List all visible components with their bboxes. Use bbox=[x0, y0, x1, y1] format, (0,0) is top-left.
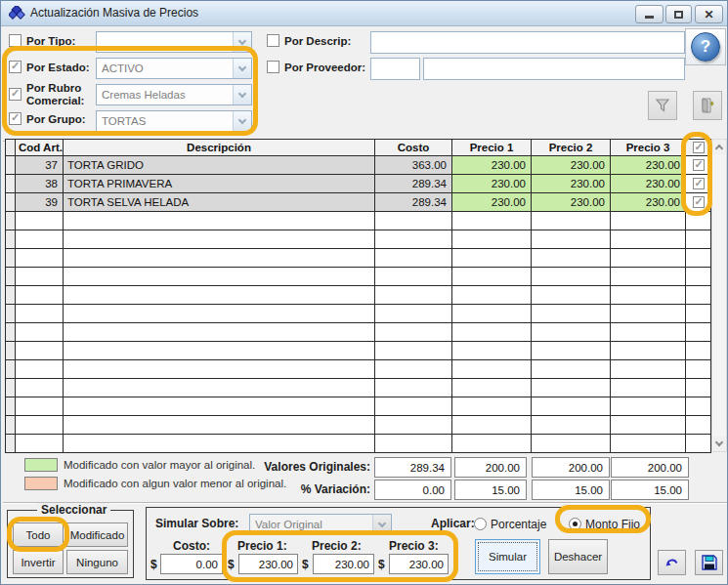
select-all-checkbox[interactable] bbox=[693, 142, 705, 153]
row-checkbox-cell[interactable] bbox=[686, 212, 711, 230]
original-precio-2: 200.00 bbox=[532, 457, 610, 478]
row-checkbox-cell[interactable] bbox=[686, 397, 711, 416]
chevron-down-icon bbox=[238, 63, 246, 70]
save-button[interactable] bbox=[695, 550, 723, 575]
table-row-empty[interactable] bbox=[6, 212, 711, 230]
table-row[interactable]: 39TORTA SELVA HELADA289.34230.00230.0023… bbox=[6, 193, 711, 212]
row-checkbox[interactable] bbox=[693, 159, 705, 171]
table-row[interactable]: 37TORTA GRIDO363.00230.00230.00230.00 bbox=[6, 156, 711, 175]
por-tipo-checkbox[interactable] bbox=[9, 34, 21, 47]
row-checkbox-cell[interactable] bbox=[686, 323, 711, 342]
table-row-empty[interactable] bbox=[6, 305, 711, 323]
deshacer-button[interactable]: Deshacer bbox=[548, 539, 608, 574]
por-tipo-dropdown-button[interactable] bbox=[233, 32, 251, 52]
por-rubro-label: Por Rubro Comercial: bbox=[26, 82, 93, 107]
table-row-empty[interactable] bbox=[6, 435, 711, 453]
por-descrip-label: Por Descrip: bbox=[284, 35, 351, 48]
row-checkbox-cell[interactable] bbox=[686, 230, 711, 249]
legend-green-swatch bbox=[24, 458, 58, 472]
table-row-empty[interactable] bbox=[6, 342, 711, 360]
simular-sobre-dropdown[interactable]: Valor Original bbox=[249, 514, 392, 535]
chevron-down-icon bbox=[238, 89, 246, 97]
precio3-input[interactable]: 230.00 bbox=[389, 554, 449, 574]
row-checkbox-cell[interactable] bbox=[686, 342, 711, 360]
row-checkbox-cell[interactable] bbox=[686, 268, 711, 286]
costo-input[interactable]: 0.00 bbox=[160, 554, 223, 574]
title-bar[interactable]: Actualización Masiva de Precios ✕ bbox=[1, 1, 727, 26]
filter-button[interactable] bbox=[648, 91, 677, 120]
row-checkbox-cell[interactable] bbox=[686, 379, 711, 397]
por-tipo-dropdown[interactable] bbox=[96, 31, 252, 53]
por-proveedor-name-input[interactable] bbox=[423, 58, 685, 80]
col-costo[interactable]: Costo bbox=[375, 140, 452, 156]
row-checkbox[interactable] bbox=[693, 196, 705, 208]
table-row-empty[interactable] bbox=[6, 379, 711, 397]
exit-button[interactable] bbox=[693, 91, 722, 120]
table-row-empty[interactable] bbox=[6, 249, 711, 268]
simular-button[interactable]: Simular bbox=[475, 539, 540, 574]
exit-door-icon bbox=[700, 98, 716, 113]
invertir-button[interactable]: Invertir bbox=[13, 550, 64, 574]
table-scrollbar[interactable] bbox=[711, 139, 727, 452]
row-checkbox[interactable] bbox=[693, 178, 705, 189]
precio2-input-label: Precio 2: bbox=[312, 539, 362, 553]
table-row-empty[interactable] bbox=[6, 230, 711, 249]
valores-originales-label: Valores Originales: bbox=[157, 460, 370, 474]
por-rubro-dropdown-button[interactable] bbox=[233, 85, 251, 104]
aplicar-label: Aplicar: bbox=[431, 517, 475, 530]
por-estado-checkbox[interactable] bbox=[9, 61, 21, 73]
col-cod-art[interactable]: Cod Art. bbox=[16, 140, 64, 156]
por-rubro-dropdown[interactable]: Cremas Heladas bbox=[96, 84, 252, 105]
scroll-up-button[interactable] bbox=[712, 140, 726, 154]
row-checkbox-cell[interactable] bbox=[686, 193, 711, 212]
table-row[interactable]: 38TORTA PRIMAVERA289.34230.00230.00230.0… bbox=[6, 175, 711, 193]
variacion-costo: 0.00 bbox=[374, 480, 451, 500]
col-descripcion[interactable]: Descripción bbox=[64, 140, 375, 156]
ninguno-button[interactable]: Ninguno bbox=[66, 550, 128, 574]
table-row-empty[interactable] bbox=[6, 286, 711, 305]
por-proveedor-checkbox[interactable] bbox=[267, 61, 279, 73]
row-checkbox-cell[interactable] bbox=[686, 360, 711, 379]
close-icon: ✕ bbox=[704, 8, 713, 21]
por-grupo-checkbox[interactable] bbox=[9, 112, 21, 125]
row-checkbox-cell[interactable] bbox=[686, 416, 711, 435]
close-button[interactable]: ✕ bbox=[695, 5, 723, 23]
app-window: Actualización Masiva de Precios ✕ Por Ti… bbox=[0, 0, 728, 585]
por-estado-dropdown-button[interactable] bbox=[233, 59, 251, 78]
col-precio-2[interactable]: Precio 2 bbox=[532, 140, 611, 156]
por-estado-dropdown[interactable]: ACTIVO bbox=[96, 58, 252, 79]
row-checkbox-cell[interactable] bbox=[686, 156, 711, 175]
row-checkbox-cell[interactable] bbox=[686, 286, 711, 305]
col-precio-3[interactable]: Precio 3 bbox=[611, 140, 686, 156]
monto-fijo-radio[interactable] bbox=[569, 518, 581, 530]
help-button[interactable]: ? bbox=[685, 28, 726, 65]
row-checkbox-cell[interactable] bbox=[686, 305, 711, 323]
scroll-down-button[interactable] bbox=[712, 437, 726, 451]
precio1-input[interactable]: 230.00 bbox=[238, 554, 298, 574]
porcentaje-radio[interactable] bbox=[474, 518, 487, 530]
select-all-cell[interactable] bbox=[686, 140, 711, 156]
simular-sobre-dropdown-button[interactable] bbox=[372, 515, 391, 534]
precio2-input[interactable]: 230.00 bbox=[313, 554, 374, 574]
por-descrip-checkbox[interactable] bbox=[267, 34, 279, 47]
table-row-empty[interactable] bbox=[6, 323, 711, 342]
por-descrip-input[interactable] bbox=[370, 31, 685, 54]
modificado-button[interactable]: Modificado bbox=[66, 522, 128, 547]
por-rubro-checkbox[interactable] bbox=[9, 88, 21, 101]
por-proveedor-label: Por Proveedor: bbox=[284, 62, 365, 74]
por-proveedor-code-input[interactable] bbox=[370, 58, 420, 80]
table-row-empty[interactable] bbox=[6, 268, 711, 286]
maximize-button[interactable] bbox=[665, 5, 692, 23]
table-row-empty[interactable] bbox=[6, 416, 711, 435]
table-row-empty[interactable] bbox=[6, 360, 711, 379]
row-checkbox-cell[interactable] bbox=[686, 249, 711, 268]
por-grupo-dropdown[interactable]: TORTAS bbox=[96, 110, 252, 132]
todo-button[interactable]: Todo bbox=[13, 522, 64, 547]
undo-button[interactable] bbox=[658, 550, 686, 575]
por-grupo-dropdown-button[interactable] bbox=[233, 111, 251, 131]
row-checkbox-cell[interactable] bbox=[686, 175, 711, 193]
table-row-empty[interactable] bbox=[6, 397, 711, 416]
row-checkbox-cell[interactable] bbox=[686, 435, 711, 453]
minimize-button[interactable] bbox=[635, 5, 664, 23]
col-precio-1[interactable]: Precio 1 bbox=[452, 140, 532, 156]
